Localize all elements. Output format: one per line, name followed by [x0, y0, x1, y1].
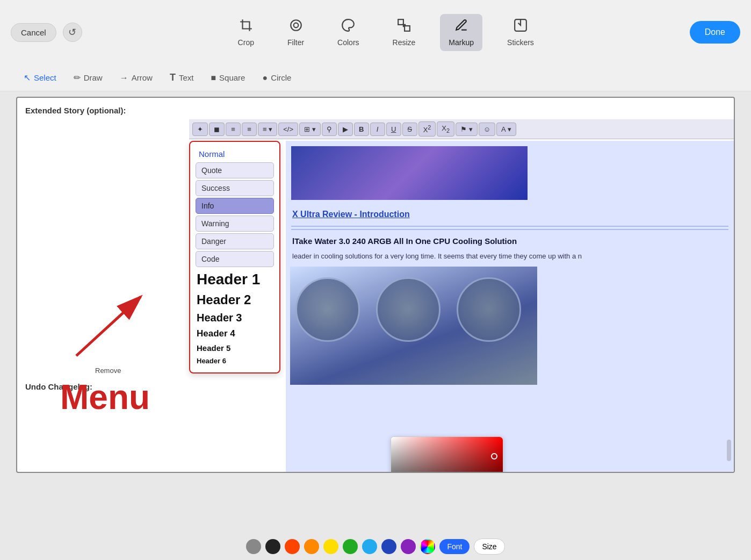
article-product-title: lTake Water 3.0 240 ARGB All In One CPU … — [286, 232, 734, 250]
format-media[interactable]: ▶ — [338, 123, 353, 136]
format-ol[interactable]: ≡ — [242, 123, 257, 136]
tool-markup[interactable]: Markup — [440, 14, 482, 51]
tool-colors[interactable]: Colors — [329, 14, 367, 51]
font-button[interactable]: Font — [439, 539, 470, 554]
svg-rect-2 — [398, 19, 403, 25]
colors-label: Colors — [337, 38, 359, 47]
color-dot-purple[interactable] — [401, 539, 416, 554]
color-gradient[interactable] — [391, 437, 503, 473]
size-button[interactable]: Size — [474, 539, 504, 555]
square-label: Square — [219, 73, 245, 82]
top-bar: Cancel ↺ Crop Filter — [0, 0, 751, 64]
color-dot-cyan[interactable] — [362, 539, 377, 554]
color-dot-rainbow[interactable] — [420, 539, 435, 554]
format-table[interactable]: ⊞ ▾ — [299, 123, 321, 136]
article-image-top — [291, 146, 528, 200]
format-superscript[interactable]: X2 — [418, 121, 436, 137]
text-label: Text — [179, 73, 194, 82]
arrow-annotation — [60, 270, 157, 379]
format-block[interactable]: ◼ — [209, 123, 225, 136]
format-subscript[interactable]: X2 — [437, 121, 454, 137]
draw-tool[interactable]: ✏ Draw — [66, 69, 110, 86]
colors-icon — [341, 18, 355, 36]
format-code[interactable]: </> — [278, 123, 298, 136]
color-dot-black[interactable] — [265, 539, 280, 554]
dropdown-code[interactable]: Code — [196, 251, 274, 267]
dropdown-normal-label: Normal — [196, 147, 274, 161]
top-tools: Crop Filter Colors — [229, 14, 543, 51]
crop-icon — [239, 18, 253, 36]
bottom-color-row: Font Size — [0, 539, 751, 555]
dropdown-h5[interactable]: Header 5 — [196, 341, 274, 355]
select-label: Select — [34, 73, 56, 82]
done-button[interactable]: Done — [690, 21, 740, 44]
scrollbar[interactable] — [727, 440, 731, 461]
dropdown-h4[interactable]: Header 4 — [196, 326, 274, 341]
format-underline[interactable]: U — [386, 123, 401, 136]
gradient-cursor — [491, 453, 497, 460]
top-bar-left: Cancel ↺ — [11, 23, 82, 42]
editor-label: Extended Story (optional): — [25, 106, 126, 115]
dropdown-h2[interactable]: Header 2 — [196, 290, 274, 310]
format-ul[interactable]: ≡ — [226, 123, 241, 136]
tool-crop[interactable]: Crop — [229, 14, 263, 51]
format-link[interactable]: ⚲ — [322, 123, 337, 136]
format-color[interactable]: A ▾ — [496, 123, 516, 136]
color-dot-orange[interactable] — [304, 539, 319, 554]
format-align[interactable]: ≡ ▾ — [258, 123, 277, 136]
menu-text: Menu — [60, 377, 150, 417]
format-strikethrough[interactable]: S — [402, 123, 417, 136]
square-tool[interactable]: ■ Square — [203, 70, 252, 86]
article-text: leader in cooling solutions for a very l… — [286, 250, 734, 262]
color-dot-red[interactable] — [285, 539, 300, 554]
tool-stickers[interactable]: Stickers — [499, 14, 543, 51]
dropdown-info[interactable]: Info — [196, 198, 274, 214]
dropdown-quote[interactable]: Quote — [196, 162, 274, 178]
article-divider — [291, 226, 728, 227]
resize-label: Resize — [393, 38, 416, 47]
arrow-tool[interactable]: → Arrow — [112, 70, 160, 86]
color-dot-yellow[interactable] — [323, 539, 338, 554]
resize-icon — [397, 18, 411, 36]
dropdown-h1[interactable]: Header 1 — [196, 269, 274, 290]
color-dot-blue[interactable] — [381, 539, 396, 554]
color-dot-green[interactable] — [343, 539, 358, 554]
dropdown-menu: Normal Quote Success Info Warning Danger… — [189, 141, 280, 374]
dropdown-h6[interactable]: Header 6 — [196, 355, 274, 367]
cancel-button[interactable]: Cancel — [11, 23, 56, 42]
text-icon: T — [170, 72, 176, 83]
dropdown-h3[interactable]: Header 3 — [196, 310, 274, 326]
color-dot-gray[interactable] — [246, 539, 261, 554]
crop-label: Crop — [238, 38, 254, 47]
draw-icon: ✏ — [74, 73, 81, 83]
format-emoji[interactable]: ☺ — [479, 123, 495, 136]
canvas-area: Extended Story (optional): ✦ ◼ ≡ ≡ ≡ ▾ <… — [16, 97, 735, 473]
remove-label: Remove — [95, 367, 121, 375]
dropdown-success[interactable]: Success — [196, 180, 274, 196]
svg-point-1 — [293, 23, 298, 27]
arrow-icon: → — [120, 73, 128, 83]
circle-tool[interactable]: ● Circle — [255, 70, 299, 86]
tool-filter[interactable]: Filter — [279, 14, 313, 51]
history-button[interactable]: ↺ — [63, 23, 82, 42]
dropdown-warning[interactable]: Warning — [196, 216, 274, 232]
tool-resize[interactable]: Resize — [384, 14, 424, 51]
format-italic[interactable]: I — [370, 123, 385, 136]
format-flag[interactable]: ⚑ ▾ — [456, 123, 478, 136]
history-icon: ↺ — [68, 26, 76, 38]
article-divider2 — [291, 229, 728, 230]
circle-label: Circle — [271, 73, 291, 82]
secondary-toolbar: ↖ Select ✏ Draw → Arrow T Text ■ Square … — [0, 64, 751, 91]
format-bold[interactable]: B — [354, 123, 369, 136]
format-magic[interactable]: ✦ — [192, 123, 208, 136]
markup-icon — [454, 18, 468, 36]
dropdown-danger[interactable]: Danger — [196, 233, 274, 249]
stickers-label: Stickers — [507, 38, 534, 47]
select-tool[interactable]: ↖ Select — [16, 69, 64, 86]
format-bar: ✦ ◼ ≡ ≡ ≡ ▾ </> ⊞ ▾ ⚲ ▶ B I U S X2 X2 ⚑ … — [189, 119, 734, 139]
stickers-icon — [514, 18, 528, 36]
article-title: X Ultra Review - Introduction — [286, 205, 734, 224]
circle-icon: ● — [262, 73, 268, 83]
svg-line-6 — [76, 297, 141, 356]
text-tool[interactable]: T Text — [162, 69, 201, 87]
